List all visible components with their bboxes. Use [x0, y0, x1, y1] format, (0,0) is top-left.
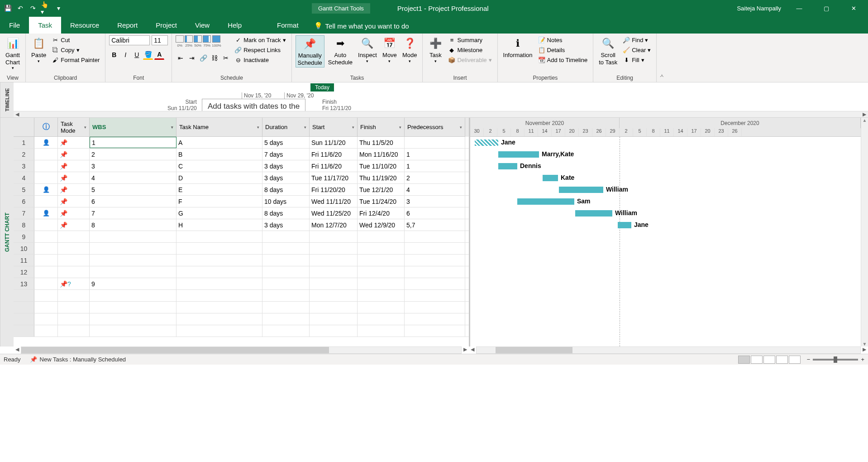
- tab-view[interactable]: View: [186, 17, 219, 34]
- cell-duration[interactable]: [262, 266, 310, 278]
- cell-task-mode[interactable]: 📌: [58, 184, 90, 195]
- cell-duration[interactable]: [262, 231, 310, 242]
- table-row[interactable]: 9: [14, 231, 469, 243]
- cell-wbs[interactable]: [90, 231, 176, 242]
- header-rownum[interactable]: [14, 118, 34, 137]
- cell-finish[interactable]: [358, 266, 405, 278]
- outdent-button[interactable]: ⇤: [176, 53, 186, 63]
- cell-finish[interactable]: Wed 12/9/20: [358, 219, 405, 231]
- table-row[interactable]: 1👤📌1A5 daysSun 11/1/20Thu 11/5/20: [14, 137, 469, 149]
- cell-task-mode[interactable]: 📌: [58, 160, 90, 172]
- cell-duration[interactable]: [262, 243, 310, 254]
- cell-task-mode[interactable]: 📌: [58, 207, 90, 219]
- view-gantt-button[interactable]: [738, 356, 750, 364]
- zoom-out-icon[interactable]: −: [807, 356, 811, 363]
- cell-duration[interactable]: 3 days: [262, 219, 310, 231]
- cell-info[interactable]: [34, 172, 58, 183]
- view-team-planner-button[interactable]: [763, 356, 775, 364]
- timeline-scrollbar[interactable]: ◀▶: [14, 111, 868, 117]
- tell-me-search[interactable]: 💡 Tell me what you want to do: [308, 18, 415, 34]
- table-row[interactable]: 7👤📌7G8 daysWed 11/25/20Fri 12/4/206: [14, 207, 469, 219]
- save-icon[interactable]: 💾: [3, 3, 13, 13]
- cell-duration[interactable]: 8 days: [262, 184, 310, 195]
- grid-body[interactable]: 1👤📌1A5 daysSun 11/1/20Thu 11/5/202📌2B7 d…: [14, 137, 469, 346]
- paste-button[interactable]: 📋 Paste ▾: [29, 35, 48, 64]
- collapse-ribbon-icon[interactable]: ㅅ: [657, 34, 667, 82]
- cell-duration[interactable]: 3 days: [262, 172, 310, 183]
- cell-duration[interactable]: 10 days: [262, 196, 310, 207]
- cell-wbs[interactable]: 7: [90, 207, 176, 219]
- header-info[interactable]: ⓘ: [34, 118, 58, 137]
- cell-finish[interactable]: Tue 11/10/20: [358, 160, 405, 172]
- cell-duration[interactable]: [262, 255, 310, 266]
- table-row[interactable]: [14, 325, 469, 337]
- cell-task-mode[interactable]: 📌?: [58, 278, 90, 289]
- cell-wbs[interactable]: [90, 266, 176, 278]
- cell-wbs[interactable]: 1: [90, 137, 176, 148]
- gantt-chart-button[interactable]: 📊 Gantt Chart ▾: [4, 35, 22, 72]
- cell-finish[interactable]: Fri 12/4/20: [358, 207, 405, 219]
- tab-help[interactable]: Help: [219, 17, 251, 34]
- cell-start[interactable]: [310, 231, 358, 242]
- gantt-bar[interactable]: [498, 151, 539, 158]
- cell-predecessors[interactable]: 5,7: [405, 219, 465, 231]
- cell-finish[interactable]: [358, 243, 405, 254]
- pct-25[interactable]: 25%: [185, 35, 193, 48]
- respect-links-button[interactable]: 🔗Respect Links: [233, 45, 287, 54]
- table-row[interactable]: [14, 313, 469, 325]
- mark-on-track-button[interactable]: ✓Mark on Track ▾: [233, 35, 287, 44]
- cell-finish[interactable]: [358, 278, 405, 289]
- cell-wbs[interactable]: [90, 243, 176, 254]
- cell-duration[interactable]: [262, 278, 310, 289]
- qat-more-icon[interactable]: ▾: [53, 3, 63, 13]
- grid-scroll-right[interactable]: ▶: [462, 346, 469, 354]
- cell-predecessors[interactable]: 3: [405, 196, 465, 207]
- cell-predecessors[interactable]: 2: [405, 172, 465, 183]
- cell-duration[interactable]: 5 days: [262, 137, 310, 148]
- table-row[interactable]: 13📌?9: [14, 278, 469, 290]
- cell-task-name[interactable]: H: [176, 219, 262, 231]
- header-task-mode[interactable]: Task Mode▾: [58, 118, 90, 137]
- cell-info[interactable]: 👤: [34, 184, 58, 195]
- cell-task-name[interactable]: E: [176, 184, 262, 195]
- table-row[interactable]: [14, 290, 469, 302]
- cell-finish[interactable]: [358, 231, 405, 242]
- cell-info[interactable]: [34, 266, 58, 278]
- cell-info[interactable]: 👤: [34, 207, 58, 219]
- cell-start[interactable]: [310, 278, 358, 289]
- cell-task-mode[interactable]: 📌: [58, 149, 90, 160]
- cell-duration[interactable]: 3 days: [262, 160, 310, 172]
- cell-start[interactable]: Mon 12/7/20: [310, 219, 358, 231]
- zoom-control[interactable]: − +: [807, 356, 864, 363]
- cell-info[interactable]: [34, 160, 58, 172]
- milestone-button[interactable]: ◆Milestone: [446, 45, 493, 54]
- inspect-button[interactable]: 🔍Inspect▾: [356, 35, 379, 64]
- pct-0[interactable]: 0%: [176, 35, 184, 48]
- cell-task-mode[interactable]: 📌: [58, 219, 90, 231]
- row-number[interactable]: 6: [14, 196, 34, 207]
- cell-task-name[interactable]: [176, 255, 262, 266]
- header-finish[interactable]: Finish▾: [358, 118, 405, 137]
- grid-scroll-track[interactable]: [21, 346, 462, 354]
- table-row[interactable]: 3📌3C3 daysFri 11/6/20Tue 11/10/201: [14, 160, 469, 172]
- table-row[interactable]: 5👤📌5E8 daysFri 11/20/20Tue 12/1/204: [14, 184, 469, 196]
- cell-wbs[interactable]: [90, 255, 176, 266]
- cell-task-mode[interactable]: [58, 243, 90, 254]
- row-number[interactable]: 8: [14, 219, 34, 231]
- zoom-in-icon[interactable]: +: [861, 356, 864, 363]
- copy-button[interactable]: ⿻Copy ▾: [50, 45, 101, 54]
- row-number[interactable]: 13: [14, 278, 34, 289]
- underline-button[interactable]: U: [132, 50, 142, 60]
- cell-start[interactable]: [310, 243, 358, 254]
- cell-task-name[interactable]: [176, 231, 262, 242]
- gantt-bar[interactable]: [618, 222, 631, 228]
- cell-task-name[interactable]: C: [176, 160, 262, 172]
- cell-info[interactable]: [34, 243, 58, 254]
- font-color-button[interactable]: A: [154, 50, 164, 60]
- cell-predecessors[interactable]: 1: [405, 160, 465, 172]
- italic-button[interactable]: I: [120, 50, 130, 60]
- cell-predecessors[interactable]: [405, 137, 465, 148]
- mode-button[interactable]: ❓Mode▾: [401, 35, 419, 64]
- pct-75[interactable]: 75%: [203, 35, 211, 48]
- cell-task-name[interactable]: F: [176, 196, 262, 207]
